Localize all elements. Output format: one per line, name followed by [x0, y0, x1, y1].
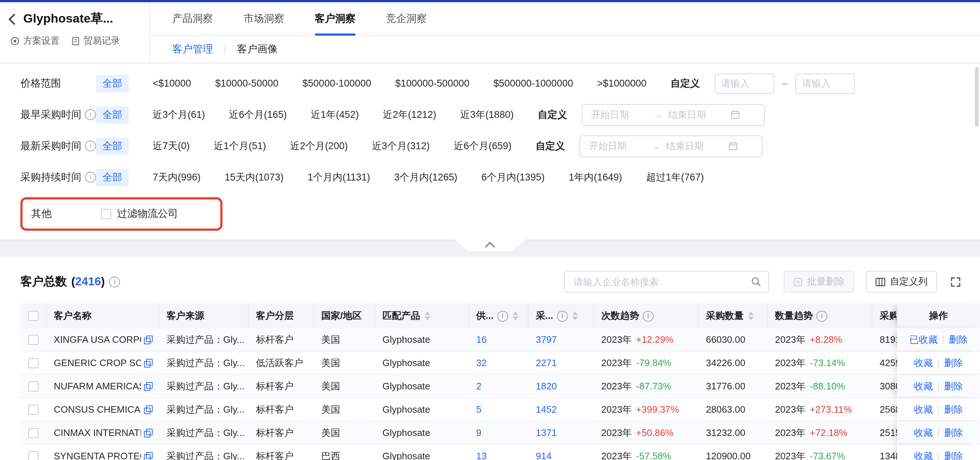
- earliest-option[interactable]: 近3个月(61): [153, 108, 205, 121]
- purchases-count-link[interactable]: 914: [536, 450, 551, 460]
- info-icon[interactable]: [557, 310, 568, 321]
- duration-option[interactable]: 7天内(996): [153, 171, 200, 184]
- earliest-custom-label[interactable]: 自定义: [538, 108, 567, 121]
- col-header-suppliers[interactable]: 供...: [469, 303, 528, 328]
- duration-option[interactable]: 1个月内(1131): [307, 171, 370, 184]
- sort-icon[interactable]: [425, 311, 430, 320]
- price-max-input[interactable]: [796, 73, 855, 94]
- delete-link[interactable]: 删除: [944, 426, 963, 439]
- purchases-count-link[interactable]: 1371: [536, 427, 557, 438]
- sort-icon[interactable]: [748, 311, 754, 320]
- earliest-end-date-input[interactable]: [667, 109, 726, 121]
- delete-link[interactable]: 删除: [944, 449, 963, 460]
- latest-option[interactable]: 近6个月(659): [453, 139, 511, 152]
- suppliers-count-link[interactable]: 32: [476, 357, 487, 368]
- scheme-settings-button[interactable]: 方案设置: [10, 35, 60, 47]
- price-option[interactable]: $50000-100000: [302, 78, 371, 89]
- info-icon[interactable]: [85, 172, 96, 183]
- duration-option[interactable]: 超过1年(767): [646, 171, 704, 184]
- purchases-count-link[interactable]: 1820: [536, 381, 557, 391]
- copy-icon[interactable]: [144, 359, 152, 367]
- suppliers-count-link[interactable]: 2: [476, 381, 481, 391]
- tab-customer-insight[interactable]: 客户洞察: [315, 2, 355, 35]
- customer-name[interactable]: NUFARM AMERICAS,: [54, 381, 141, 391]
- subtab-customer-management[interactable]: 客户管理: [172, 43, 213, 56]
- price-option[interactable]: <$10000: [153, 78, 191, 89]
- tab-product-insight[interactable]: 产品洞察: [172, 2, 213, 35]
- price-custom-label[interactable]: 自定义: [671, 77, 700, 90]
- company-search-input[interactable]: [572, 275, 751, 288]
- favorite-link[interactable]: 已收藏: [910, 333, 938, 346]
- row-checkbox[interactable]: [29, 404, 38, 415]
- row-checkbox[interactable]: [29, 334, 38, 345]
- price-option[interactable]: $100000-500000: [395, 78, 469, 89]
- company-search-box[interactable]: [564, 271, 769, 292]
- earliest-date-range-picker[interactable]: →: [582, 104, 765, 126]
- earliest-option[interactable]: 近3年(1880): [460, 108, 514, 121]
- delete-link[interactable]: 删除: [944, 380, 963, 393]
- row-checkbox[interactable]: [29, 428, 38, 438]
- info-icon[interactable]: [497, 310, 508, 321]
- purchases-count-link[interactable]: 3797: [536, 334, 557, 345]
- suppliers-count-link[interactable]: 13: [476, 450, 487, 460]
- earliest-option[interactable]: 近2年(1212): [383, 108, 436, 121]
- vertical-scrollbar[interactable]: [975, 67, 978, 127]
- duration-option[interactable]: 1年内(1649): [568, 171, 622, 184]
- favorite-link[interactable]: 收藏: [914, 380, 933, 393]
- filter-logistics-checkbox[interactable]: [101, 209, 111, 219]
- info-icon[interactable]: [110, 276, 120, 287]
- row-checkbox[interactable]: [29, 381, 38, 391]
- earliest-option[interactable]: 近6个月(165): [229, 108, 287, 121]
- info-icon[interactable]: [643, 310, 654, 321]
- earliest-option[interactable]: 近1年(452): [311, 108, 359, 121]
- custom-columns-button[interactable]: 自定义列: [866, 271, 937, 292]
- price-option[interactable]: $500000-1000000: [493, 78, 573, 89]
- info-icon[interactable]: [85, 141, 96, 152]
- price-option[interactable]: $10000-50000: [215, 78, 278, 89]
- trade-records-button[interactable]: 贸易记录: [71, 35, 120, 47]
- latest-start-date-input[interactable]: [587, 140, 647, 152]
- favorite-link[interactable]: 收藏: [914, 426, 933, 439]
- row-checkbox[interactable]: [29, 358, 38, 368]
- favorite-link[interactable]: 收藏: [914, 403, 933, 416]
- row-checkbox[interactable]: [29, 451, 38, 460]
- col-header-purchase-quantity[interactable]: 采购数量: [698, 303, 768, 328]
- suppliers-count-link[interactable]: 16: [476, 334, 487, 345]
- copy-icon[interactable]: [144, 382, 152, 390]
- purchases-count-link[interactable]: 1452: [536, 404, 557, 415]
- batch-delete-button[interactable]: 批量删除: [784, 271, 854, 292]
- duration-option[interactable]: 6个月内(1395): [481, 171, 544, 184]
- copy-icon[interactable]: [144, 406, 152, 414]
- search-icon[interactable]: [751, 276, 761, 287]
- tab-competitor-insight[interactable]: 竞企洞察: [386, 2, 427, 35]
- delete-link[interactable]: 删除: [949, 333, 968, 346]
- copy-icon[interactable]: [144, 452, 152, 460]
- tab-market-insight[interactable]: 市场洞察: [243, 2, 284, 35]
- price-option[interactable]: >$1000000: [597, 78, 647, 89]
- latest-date-range-picker[interactable]: →: [579, 135, 763, 157]
- col-header-purchases[interactable]: 采...: [528, 303, 594, 328]
- latest-option[interactable]: 近1个月(51): [214, 139, 266, 152]
- latest-end-date-input[interactable]: [665, 140, 724, 152]
- select-all-checkbox[interactable]: [28, 311, 38, 321]
- latest-option[interactable]: 近2个月(200): [290, 139, 348, 152]
- earliest-start-date-input[interactable]: [590, 109, 649, 121]
- price-all-option[interactable]: 全部: [96, 75, 129, 92]
- customer-name[interactable]: SYNGENTA PROTEC: [54, 450, 141, 460]
- info-icon[interactable]: [816, 310, 827, 321]
- info-icon[interactable]: [85, 109, 96, 120]
- duration-all-option[interactable]: 全部: [96, 168, 129, 186]
- earliest-all-option[interactable]: 全部: [96, 106, 129, 123]
- fullscreen-icon[interactable]: [950, 276, 961, 287]
- sort-icon[interactable]: [572, 311, 578, 320]
- back-icon[interactable]: [8, 13, 20, 24]
- latest-all-option[interactable]: 全部: [96, 137, 129, 155]
- suppliers-count-link[interactable]: 9: [476, 427, 481, 438]
- customer-name[interactable]: XINGFA USA CORPO: [54, 334, 141, 345]
- customer-name[interactable]: CINMAX INTERNATIO: [54, 427, 141, 438]
- latest-custom-label[interactable]: 自定义: [535, 139, 565, 152]
- price-min-input[interactable]: [714, 73, 774, 94]
- delete-link[interactable]: 删除: [944, 356, 963, 369]
- delete-link[interactable]: 删除: [944, 403, 963, 416]
- customer-name[interactable]: CONSUS CHEMICAL: [54, 404, 141, 415]
